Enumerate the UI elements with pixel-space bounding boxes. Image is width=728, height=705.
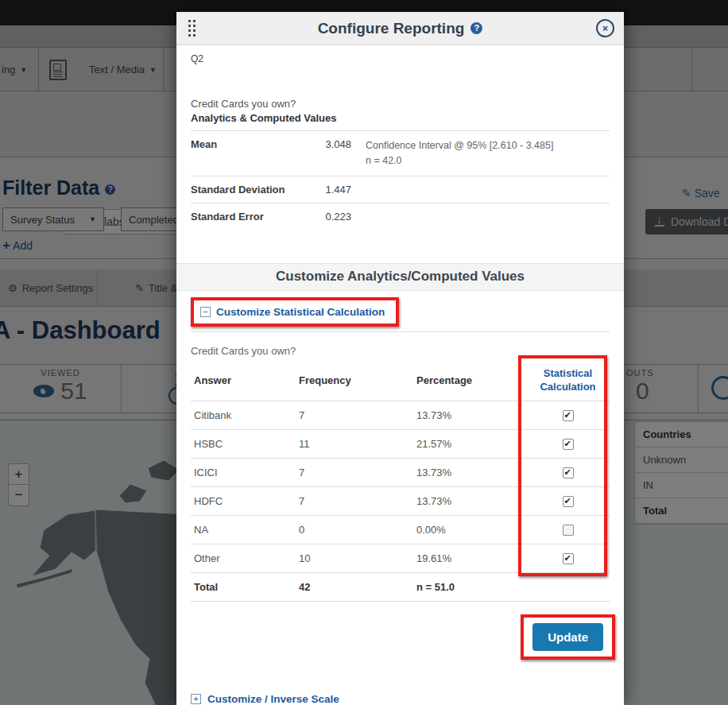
mean-value: 3.048 (312, 138, 351, 169)
table-row: NA 0 0.00% ✔ (191, 516, 610, 544)
analytics-heading: Analytics & Computed Values (191, 112, 610, 130)
divider (191, 331, 610, 332)
frequency-link[interactable]: 10 (296, 544, 413, 573)
stat-calc-checkbox[interactable]: ✔ (563, 467, 574, 478)
stat-calc-table: Answer Frequency Percentage Statistical … (191, 360, 610, 602)
table-total-row: Total 42 n = 51.0 (191, 573, 610, 602)
dialog-header: Configure Reporting ? × (176, 12, 624, 45)
answer-cell: ICICI (191, 459, 296, 487)
close-icon[interactable]: × (596, 19, 614, 37)
stat-calc-checkbox[interactable]: ✔ (563, 525, 574, 536)
frequency-link[interactable]: 7 (296, 459, 413, 487)
frequency-header: Frequency (296, 360, 413, 401)
dialog-title: Configure Reporting ? (318, 20, 483, 37)
question-text: Credit Cards you own? (191, 98, 610, 110)
table-row: ICICI 7 13.73% ✔ (191, 459, 610, 487)
percentage-cell: 13.73% (413, 401, 526, 430)
customize-statistical-calculation-link[interactable]: − Customize Statistical Calculation (191, 297, 399, 327)
dialog-body: Q2 Credit Cards you own? Analytics & Com… (176, 45, 624, 705)
analytics-row-stddev: Standard Deviation 1.447 (191, 176, 610, 203)
stat-calc-link-wrap: − Customize Statistical Calculation (191, 297, 610, 327)
percentage-cell: 21.57% (413, 430, 526, 459)
stat-calc-table-wrap: Answer Frequency Percentage Statistical … (191, 360, 610, 602)
stderr-label: Standard Error (191, 211, 312, 223)
answer-cell: NA (191, 516, 296, 544)
confidence-interval: Confidence Interval @ 95% [2.610 - 3.485… (366, 138, 553, 169)
table-row: HDFC 7 13.73% ✔ (191, 487, 610, 516)
total-n: n = 51.0 (413, 573, 526, 602)
percentage-header: Percentage (413, 360, 526, 401)
analytics-row-stderr: Standard Error 0.223 (191, 203, 610, 230)
frequency-link[interactable]: 7 (296, 487, 413, 516)
percentage-cell: 0.00% (413, 516, 526, 544)
analytics-row-mean: Mean 3.048 Confidence Interval @ 95% [2.… (191, 130, 610, 176)
total-label: Total (191, 573, 296, 602)
help-icon[interactable]: ? (470, 22, 482, 34)
stat-calc-checkbox[interactable]: ✔ (563, 410, 574, 421)
percentage-cell: 19.61% (413, 544, 526, 573)
answer-header: Answer (191, 360, 296, 401)
stddev-label: Standard Deviation (191, 184, 312, 196)
stat-calc-label: Customize Statistical Calculation (216, 306, 385, 318)
customize-inverse-scale-link[interactable]: + Customize / Inverse Scale (191, 693, 610, 705)
stddev-value: 1.447 (312, 184, 351, 196)
stat-calc-checkbox[interactable]: ✔ (563, 439, 574, 450)
frequency-link[interactable]: 7 (296, 401, 413, 430)
configure-reporting-dialog: Configure Reporting ? × Q2 Credit Cards … (176, 12, 624, 705)
update-button-area: Update (191, 614, 615, 660)
question-text-repeat: Credit Cards you own? (191, 345, 610, 357)
frequency-link[interactable]: 11 (296, 430, 413, 459)
collapse-icon[interactable]: − (200, 307, 211, 317)
answer-cell: HSBC (191, 430, 296, 459)
answer-cell: HDFC (191, 487, 296, 516)
drag-handle-icon[interactable] (188, 20, 196, 37)
stderr-value: 0.223 (312, 211, 351, 223)
frequency-link[interactable]: 0 (296, 516, 413, 544)
more-customize-links: + Customize / Inverse Scale + Custom Sco… (191, 693, 610, 705)
percentage-cell: 13.73% (413, 459, 526, 487)
mean-label: Mean (191, 138, 312, 169)
total-frequency: 42 (296, 573, 413, 602)
stat-calc-checkbox[interactable]: ✔ (563, 496, 574, 507)
update-button[interactable]: Update (532, 623, 603, 651)
answer-cell: Citibank (191, 401, 296, 430)
update-button-highlight: Update (521, 614, 615, 660)
percentage-cell: 13.73% (413, 487, 526, 516)
stat-calc-header: Statistical Calculation (526, 360, 610, 401)
table-header-row: Answer Frequency Percentage Statistical … (191, 360, 610, 401)
table-row: Citibank 7 13.73% ✔ (191, 401, 610, 430)
table-row: HSBC 11 21.57% ✔ (191, 430, 610, 459)
question-code: Q2 (191, 53, 610, 64)
expand-icon[interactable]: + (191, 694, 201, 704)
answer-cell: Other (191, 544, 296, 573)
table-row: Other 10 19.61% ✔ (191, 544, 610, 573)
stat-calc-checkbox[interactable]: ✔ (563, 553, 574, 564)
customize-section-heading: Customize Analytics/Computed Values (176, 263, 624, 291)
